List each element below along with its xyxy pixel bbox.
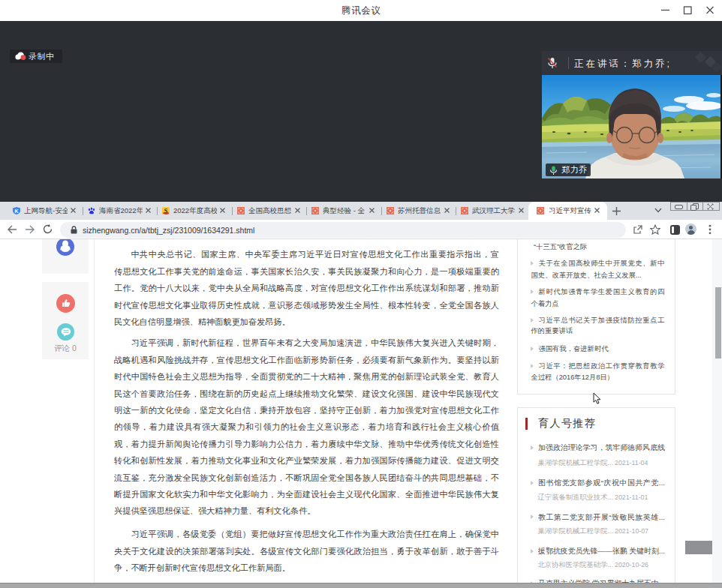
svg-text:S: S [164,208,168,214]
svg-text:K: K [14,208,18,214]
